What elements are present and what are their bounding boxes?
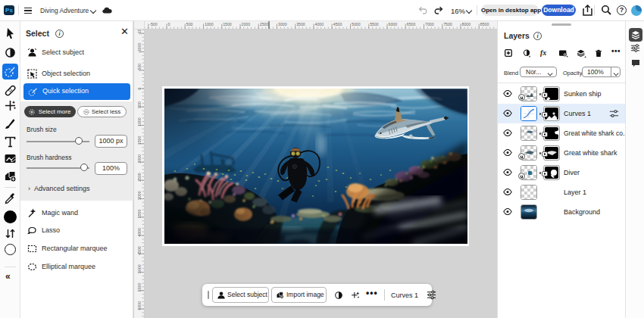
svg-text:6000: 6000 [137, 301, 142, 310]
svg-text:-500: -500 [149, 22, 157, 26]
svg-text:5500: 5500 [137, 283, 142, 292]
svg-text:2000: 2000 [242, 22, 251, 26]
svg-text:3000: 3000 [137, 191, 142, 200]
svg-text:4500: 4500 [137, 246, 142, 255]
svg-text:500: 500 [186, 22, 193, 26]
svg-text:7500: 7500 [443, 22, 452, 26]
svg-text:6500: 6500 [407, 22, 416, 26]
svg-text:4000: 4000 [315, 22, 324, 26]
svg-text:5500: 5500 [370, 22, 379, 26]
svg-text:0: 0 [137, 88, 142, 90]
svg-text:-1500: -1500 [137, 30, 142, 35]
svg-text:8500: 8500 [480, 22, 489, 26]
svg-text:1000: 1000 [137, 117, 142, 126]
svg-text:4000: 4000 [137, 228, 142, 237]
svg-text:6000: 6000 [389, 22, 398, 26]
svg-text:7000: 7000 [425, 22, 434, 26]
svg-text:8000: 8000 [462, 22, 471, 26]
svg-text:-1000: -1000 [137, 43, 142, 53]
svg-text:5000: 5000 [137, 264, 142, 273]
svg-text:2500: 2500 [137, 173, 142, 182]
svg-text:3500: 3500 [296, 22, 305, 26]
svg-text:3500: 3500 [137, 210, 142, 219]
svg-text:1500: 1500 [137, 136, 142, 145]
svg-text:3000: 3000 [278, 22, 287, 26]
svg-text:2000: 2000 [137, 154, 142, 164]
svg-text:4500: 4500 [333, 22, 342, 26]
svg-text:5000: 5000 [352, 22, 361, 26]
svg-text:1500: 1500 [223, 22, 232, 26]
svg-text:0: 0 [168, 22, 170, 26]
svg-text:2500: 2500 [260, 22, 269, 26]
svg-text:-500: -500 [137, 64, 142, 71]
svg-text:1000: 1000 [205, 22, 214, 26]
svg-text:500: 500 [137, 101, 142, 108]
